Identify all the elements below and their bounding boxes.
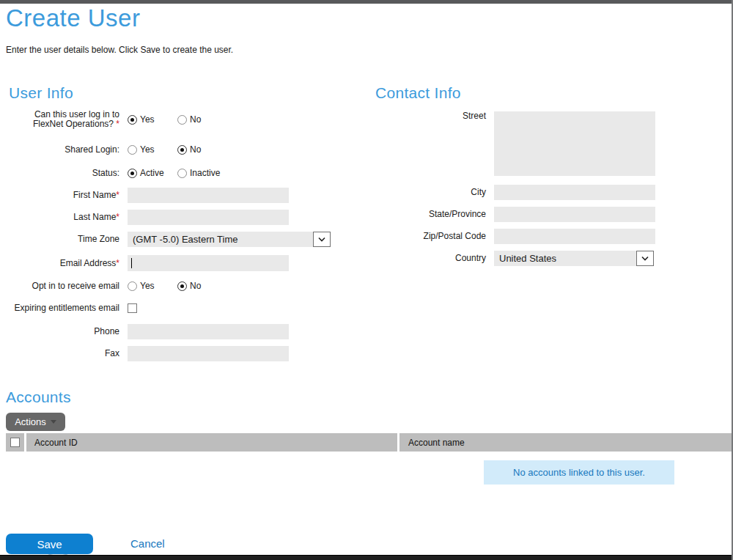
zip-field[interactable] <box>494 229 655 244</box>
phone-label: Phone <box>0 327 119 336</box>
email-row: Email Address* <box>0 255 345 271</box>
city-field[interactable] <box>494 185 655 200</box>
phone-field[interactable] <box>128 324 289 339</box>
user-info-heading: User Info <box>9 84 73 102</box>
state-label: State/Province <box>366 210 486 219</box>
cancel-link[interactable]: Cancel <box>130 537 165 550</box>
opt-in-yes-label: Yes <box>140 281 155 291</box>
last-name-row: Last Name* <box>0 210 345 225</box>
email-field[interactable] <box>128 255 289 271</box>
street-label: Street <box>366 111 486 121</box>
time-zone-dropdown-button[interactable] <box>313 232 331 247</box>
country-value: United States <box>494 251 636 266</box>
zip-label: Zip/Postal Code <box>366 232 486 241</box>
opt-in-no-radio[interactable] <box>177 281 187 291</box>
account-name-column-header: Account name <box>399 433 732 452</box>
country-row: Country United States <box>366 251 718 266</box>
save-button[interactable]: Save <box>6 534 93 554</box>
page-title: Create User <box>6 4 140 32</box>
account-id-column-header: Account ID <box>26 433 397 452</box>
no-accounts-message: No accounts linked to this user. <box>484 460 674 485</box>
window-top-edge <box>0 0 733 4</box>
required-asterisk: * <box>116 119 119 129</box>
first-name-field[interactable] <box>128 188 289 203</box>
status-inactive-radio[interactable] <box>177 169 187 178</box>
shared-login-row: Shared Login: Yes No <box>0 144 345 155</box>
login-question-row: Can this user log in to FlexNet Operatio… <box>0 109 345 130</box>
email-label: Email Address* <box>0 259 119 268</box>
actions-button[interactable]: Actions <box>6 413 65 431</box>
fax-label: Fax <box>0 349 119 358</box>
create-user-page: Create User Enter the user details below… <box>0 0 733 560</box>
opt-in-label: Opt in to receive email <box>0 281 119 291</box>
expiring-email-checkbox[interactable] <box>128 303 137 313</box>
status-row: Status: Active Inactive <box>0 167 345 179</box>
required-asterisk: * <box>116 212 119 222</box>
time-zone-value: (GMT -5.0) Eastern Time <box>128 232 313 247</box>
city-row: City <box>366 185 718 200</box>
country-select[interactable]: United States <box>494 251 654 266</box>
zip-row: Zip/Postal Code <box>366 229 718 244</box>
window-bottom-edge <box>0 555 733 560</box>
shared-login-no-label: No <box>190 144 201 155</box>
street-field[interactable] <box>494 111 655 176</box>
text-cursor <box>131 258 132 268</box>
select-all-cell <box>6 433 24 452</box>
street-row: Street <box>366 111 718 176</box>
time-zone-row: Time Zone (GMT -5.0) Eastern Time <box>0 232 345 247</box>
opt-in-row: Opt in to receive email Yes No <box>0 280 345 292</box>
shared-login-yes-label: Yes <box>140 144 155 155</box>
required-asterisk: * <box>116 190 119 200</box>
first-name-label: First Name* <box>0 191 119 200</box>
required-asterisk: * <box>116 258 119 268</box>
shared-login-label: Shared Login: <box>0 145 119 155</box>
country-dropdown-button[interactable] <box>636 251 654 266</box>
expiring-email-label: Expiring entitlements email <box>0 303 119 313</box>
login-no-radio[interactable] <box>177 115 187 125</box>
time-zone-select[interactable]: (GMT -5.0) Eastern Time <box>128 232 331 247</box>
last-name-label: Last Name* <box>0 213 119 222</box>
shared-login-no-radio[interactable] <box>177 145 187 155</box>
login-yes-radio[interactable] <box>128 115 137 125</box>
time-zone-label: Time Zone <box>0 235 119 244</box>
opt-in-no-label: No <box>190 281 201 291</box>
first-name-row: First Name* <box>0 188 345 203</box>
last-name-field[interactable] <box>128 210 289 225</box>
fax-row: Fax <box>0 346 345 361</box>
page-subtitle: Enter the user details below. Click Save… <box>6 45 233 55</box>
login-question-label: Can this user log in to FlexNet Operatio… <box>0 110 119 129</box>
login-yes-label: Yes <box>140 114 155 125</box>
status-active-label: Active <box>140 168 164 178</box>
status-label: Status: <box>0 169 119 178</box>
expiring-email-row: Expiring entitlements email <box>0 302 345 314</box>
contact-info-heading: Contact Info <box>375 84 461 102</box>
country-label: Country <box>366 254 486 263</box>
chevron-down-icon <box>317 237 326 243</box>
accounts-heading: Accounts <box>6 388 71 406</box>
login-no-label: No <box>190 114 201 125</box>
city-label: City <box>366 188 486 197</box>
status-active-radio[interactable] <box>128 169 137 178</box>
state-row: State/Province <box>366 207 718 222</box>
fax-field[interactable] <box>128 346 289 361</box>
status-inactive-label: Inactive <box>190 168 220 178</box>
phone-row: Phone <box>0 324 345 339</box>
accounts-table-header: Account ID Account name <box>6 433 732 452</box>
chevron-down-icon <box>641 256 649 262</box>
select-all-checkbox[interactable] <box>10 438 20 447</box>
shared-login-yes-radio[interactable] <box>128 145 137 155</box>
state-field[interactable] <box>494 207 655 222</box>
opt-in-yes-radio[interactable] <box>128 281 137 291</box>
caret-down-icon <box>51 420 56 424</box>
